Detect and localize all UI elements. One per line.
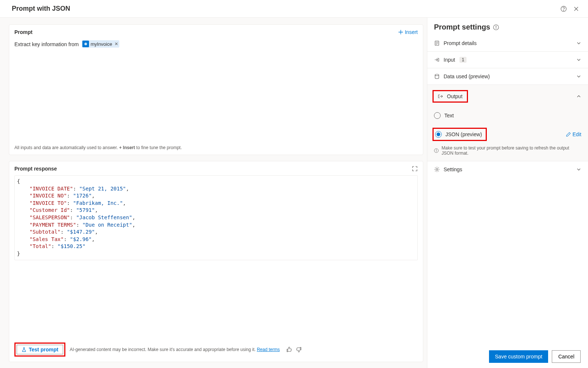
details-icon <box>434 40 440 46</box>
prompt-section-title: Prompt <box>14 29 33 35</box>
prompt-panel: Prompt Insert Extract key information fr… <box>9 24 423 155</box>
chevron-down-icon <box>576 74 581 79</box>
svg-point-9 <box>436 169 438 171</box>
svg-point-8 <box>436 149 437 150</box>
output-highlight: Output <box>433 90 468 103</box>
chevron-down-icon <box>576 57 581 62</box>
section-label: Input <box>444 57 455 63</box>
svg-point-1 <box>563 10 564 10</box>
section-prompt-details: Prompt details <box>427 35 588 52</box>
section-label: Data used (preview) <box>444 73 490 79</box>
chip-remove-icon[interactable]: ✕ <box>114 41 118 47</box>
ai-disclaimer: AI-generated content may be incorrect. M… <box>70 347 280 352</box>
thumbs-down-icon[interactable] <box>296 347 302 352</box>
response-code: { "INVOICE DATE": "Sept 21, 2015", "INVO… <box>15 176 417 260</box>
response-panel: Prompt response { "INVOICE DATE": "Sept … <box>9 161 423 362</box>
option-label: Text <box>444 113 454 118</box>
insert-label: Insert <box>405 29 418 35</box>
settings-title: Prompt settings <box>434 23 490 31</box>
test-prompt-label: Test prompt <box>29 347 58 352</box>
output-icon <box>437 93 443 99</box>
data-icon <box>434 73 440 79</box>
edit-label: Edit <box>572 131 581 137</box>
chevron-up-icon <box>576 94 581 99</box>
section-label: Settings <box>444 166 462 172</box>
radio-checked[interactable] <box>435 131 442 138</box>
header: Prompt with JSON <box>0 0 588 18</box>
radio-unchecked[interactable] <box>434 112 441 119</box>
info-icon[interactable] <box>493 24 499 30</box>
page-title: Prompt with JSON <box>12 5 70 13</box>
thumbs-up-icon[interactable] <box>286 347 292 352</box>
response-title: Prompt response <box>14 166 57 172</box>
read-terms-link[interactable]: Read terms <box>257 347 280 352</box>
chevron-down-icon <box>576 167 581 172</box>
help-icon[interactable] <box>560 5 567 13</box>
section-label: Output <box>447 93 462 99</box>
json-highlight: JSON (preview) <box>433 128 487 141</box>
save-button[interactable]: Save custom prompt <box>489 350 548 363</box>
output-option-text[interactable]: Text <box>427 108 588 123</box>
section-data-used: Data used (preview) <box>427 68 588 85</box>
option-label: JSON (preview) <box>445 131 482 137</box>
section-label: Prompt details <box>444 40 476 46</box>
expand-icon[interactable] <box>412 166 418 172</box>
variable-icon <box>82 41 89 47</box>
input-count-badge: 1 <box>459 57 466 63</box>
insert-button[interactable]: Insert <box>398 29 418 35</box>
edit-button[interactable]: Edit <box>566 131 581 137</box>
settings-sidebar: Prompt settings Prompt details Input 1 <box>427 18 588 368</box>
test-prompt-button[interactable]: Test prompt <box>17 345 63 354</box>
input-icon <box>434 57 440 63</box>
input-chip[interactable]: myInvoice ✕ <box>82 40 119 48</box>
svg-point-6 <box>435 74 439 76</box>
gear-icon <box>434 166 440 172</box>
section-output: Output Text JSON (preview) Edit <box>427 85 588 161</box>
test-prompt-highlight: Test prompt <box>14 343 65 357</box>
svg-point-4 <box>496 26 496 26</box>
chevron-down-icon <box>576 41 581 46</box>
prompt-text: Extract key information from <box>14 41 79 47</box>
close-icon[interactable] <box>572 5 580 13</box>
section-settings: Settings <box>427 161 588 178</box>
cancel-button[interactable]: Cancel <box>552 350 581 363</box>
output-info: Make sure to test your prompt before sav… <box>427 145 588 161</box>
chip-label: myInvoice <box>90 41 112 47</box>
prompt-input[interactable]: Extract key information from myInvoice ✕ <box>9 38 423 141</box>
section-input: Input 1 <box>427 52 588 68</box>
footer-bar: Save custom prompt Cancel <box>482 345 588 368</box>
prompt-hint: All inputs and data are automatically us… <box>9 141 423 155</box>
output-option-json[interactable]: JSON (preview) Edit <box>427 123 588 145</box>
